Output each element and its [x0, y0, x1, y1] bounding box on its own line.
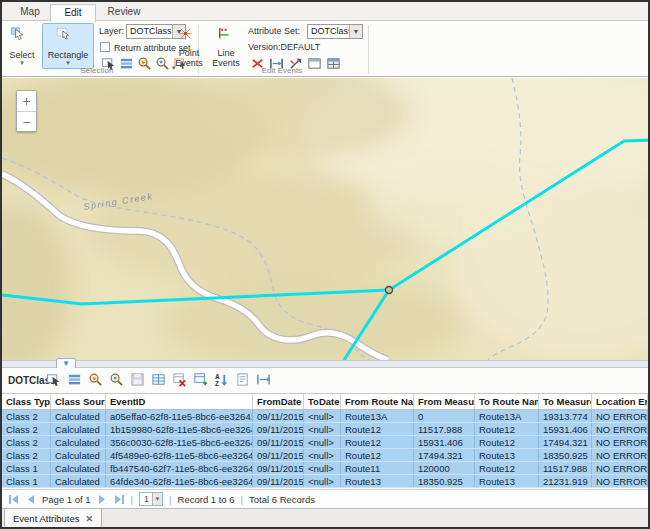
- close-icon[interactable]: ✕: [86, 514, 94, 524]
- edit-events-group-label: Edit Events: [202, 66, 362, 75]
- table-cell: <null>: [304, 410, 341, 422]
- selection-list-icon[interactable]: [67, 372, 83, 388]
- first-page-button[interactable]: [8, 494, 19, 505]
- ribbon: Select ▾ Rectangle ▾ Layer: DOTClass ▼ R…: [2, 22, 648, 77]
- table-cell: 15931.406: [539, 423, 592, 435]
- table-cell: <null>: [304, 423, 341, 435]
- table-cell: a05effa0-62f8-11e5-8bc6-ee32641d5ec9: [106, 410, 253, 422]
- table-row[interactable]: Class 2Calculated356c0030-62f8-11e5-8bc6…: [2, 436, 648, 449]
- group-separator: [368, 25, 369, 74]
- triangle-down-icon: ▼: [62, 359, 70, 368]
- next-page-button[interactable]: [97, 494, 108, 505]
- select-rectangle-icon[interactable]: [46, 372, 62, 388]
- separator: |: [131, 494, 133, 505]
- table-row[interactable]: Class 1Calculated64fde340-62f8-11e5-8bc6…: [2, 475, 648, 488]
- column-header[interactable]: Location Error: [592, 394, 648, 409]
- tab-review[interactable]: Review: [98, 4, 150, 21]
- append-records-icon[interactable]: [193, 372, 209, 388]
- chevron-down-icon[interactable]: ▼: [152, 493, 162, 505]
- table-row[interactable]: Class 2Calculateda05effa0-62f8-11e5-8bc6…: [2, 410, 648, 423]
- basemap: Spring Creek: [2, 78, 650, 360]
- table-cell: 11517.988: [414, 423, 475, 435]
- last-page-button[interactable]: [114, 494, 125, 505]
- select-tool-button[interactable]: Select ▾: [4, 23, 40, 69]
- layer-label: Layer:: [99, 26, 124, 36]
- map-zoom-control: + −: [16, 90, 37, 132]
- table-cell: NO ERROR: [592, 410, 648, 422]
- column-header[interactable]: To Measure: [539, 394, 592, 409]
- table-cell: 15931.406: [414, 436, 475, 448]
- version-label: Version:DEFAULT: [248, 42, 320, 52]
- zoom-in-button[interactable]: +: [17, 91, 36, 112]
- measure-range-icon[interactable]: [256, 372, 272, 388]
- table-cell: Route13: [475, 475, 539, 487]
- attribute-set-combobox-value: DOTClass: [311, 26, 353, 36]
- table-cell: Calculated: [51, 436, 106, 448]
- chevron-down-icon[interactable]: ▼: [349, 25, 362, 38]
- table-cell: 11517.988: [539, 462, 592, 474]
- pan-to-selection-icon[interactable]: [109, 372, 125, 388]
- line-events-icon: [215, 26, 237, 46]
- return-attribute-set-checkbox[interactable]: [100, 42, 110, 52]
- route-junction-marker[interactable]: [386, 287, 393, 294]
- column-header[interactable]: ToDate: [304, 394, 341, 409]
- previous-page-button[interactable]: [25, 494, 36, 505]
- column-header[interactable]: To Route Name: [475, 394, 539, 409]
- table-cell: Class 2: [2, 436, 51, 448]
- select-tool-icon: [10, 26, 34, 48]
- table-row[interactable]: Class 2Calculated1b159980-62f8-11e5-8bc6…: [2, 423, 648, 436]
- column-header[interactable]: From Measure: [414, 394, 475, 409]
- sort-icon[interactable]: AZ: [214, 372, 230, 388]
- column-header[interactable]: From Route Name: [341, 394, 414, 409]
- column-header[interactable]: Class Type: [2, 394, 51, 409]
- table-cell: NO ERROR: [592, 423, 648, 435]
- line-events-button[interactable]: Line Events: [208, 23, 244, 69]
- bottom-tab-bar: Event Attributes ✕: [2, 508, 648, 529]
- tab-event-attributes-label: Event Attributes: [13, 513, 80, 524]
- table-cell: Class 1: [2, 475, 51, 487]
- page-indicator: Page 1 of 1: [42, 494, 91, 505]
- layer-combobox-value: DOTClass: [130, 26, 172, 36]
- table-cell: Route13: [475, 449, 539, 461]
- point-events-button[interactable]: Point Events: [172, 23, 206, 69]
- table-cell: <null>: [304, 475, 341, 487]
- table-row[interactable]: Class 1Calculatedfb447540-62f7-11e5-8bc6…: [2, 462, 648, 475]
- save-icon[interactable]: [130, 372, 146, 388]
- panel-splitter[interactable]: [2, 360, 648, 368]
- chevron-down-icon: ▾: [5, 60, 39, 65]
- zoom-to-selection-icon[interactable]: [88, 372, 104, 388]
- attribute-set-label: Attribute Set:: [248, 26, 300, 36]
- attribute-set-combobox[interactable]: DOTClass ▼: [307, 24, 363, 39]
- svg-text:A: A: [215, 373, 220, 380]
- svg-text:Z: Z: [215, 380, 219, 387]
- table-header-row: Class TypeClass SourceEventIDFromDateToD…: [2, 394, 648, 410]
- column-header[interactable]: FromDate: [253, 394, 304, 409]
- tab-edit[interactable]: Edit: [50, 4, 96, 22]
- attribute-table: Class TypeClass SourceEventIDFromDateToD…: [2, 393, 648, 489]
- separator: |: [241, 494, 243, 505]
- table-cell: 09/11/2015: [253, 462, 304, 474]
- table-cell: 09/11/2015: [253, 423, 304, 435]
- column-header[interactable]: Class Source: [51, 394, 106, 409]
- table-cell: Route13: [341, 475, 414, 487]
- attribute-grid-icon[interactable]: [151, 372, 167, 388]
- column-header[interactable]: EventID: [106, 394, 253, 409]
- table-cell: Calculated: [51, 449, 106, 461]
- table-cell: 356c0030-62f8-11e5-8bc6-ee32641d5ec9: [106, 436, 253, 448]
- ribbon-tab-strip: Map Edit Review: [2, 2, 648, 21]
- form-view-icon[interactable]: [235, 372, 251, 388]
- zoom-out-button[interactable]: −: [17, 112, 36, 133]
- page-number-combobox[interactable]: 1 ▼: [139, 492, 163, 506]
- rectangle-tool-button[interactable]: Rectangle ▾: [42, 23, 94, 69]
- table-cell: 120000: [414, 462, 475, 474]
- table-cell: <null>: [304, 462, 341, 474]
- tab-event-attributes[interactable]: Event Attributes ✕: [4, 509, 102, 529]
- table-cell: Class 2: [2, 410, 51, 422]
- map-view[interactable]: Spring Creek + −: [2, 78, 648, 360]
- table-row[interactable]: Class 2Calculated4f5489e0-62f8-11e5-8bc6…: [2, 449, 648, 462]
- table-cell: Route11: [341, 462, 414, 474]
- delete-selected-icon[interactable]: [172, 372, 188, 388]
- table-cell: NO ERROR: [592, 462, 648, 474]
- tab-map[interactable]: Map: [10, 4, 50, 21]
- point-events-icon: [178, 26, 200, 46]
